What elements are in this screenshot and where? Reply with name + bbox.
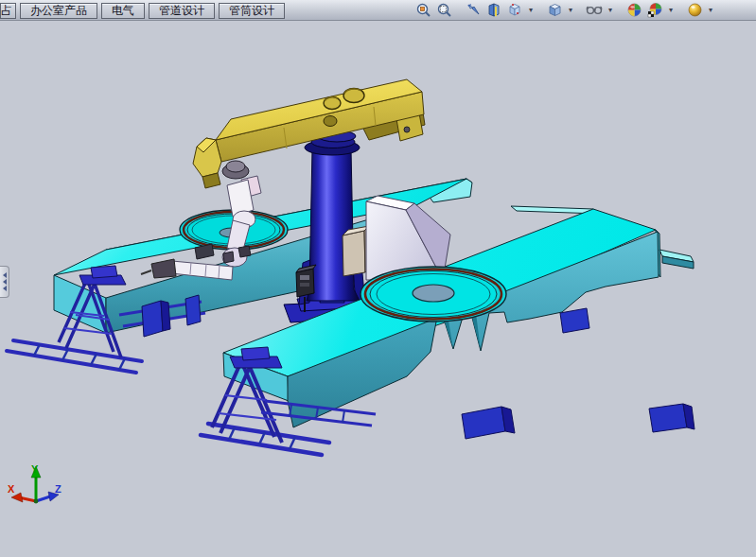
apply-scene-dropdown[interactable]: ▾	[667, 6, 675, 14]
tab-partial[interactable]: 占	[0, 3, 16, 19]
zoom-to-fit-icon[interactable]	[414, 1, 432, 19]
tab-piping-design[interactable]: 管道设计	[149, 3, 215, 19]
command-manager-tabs: 占 办公室产品 电气 管道设计 管筒设计	[0, 3, 285, 19]
previous-view-icon[interactable]	[465, 1, 483, 19]
tab-office-products[interactable]: 办公室产品	[20, 3, 97, 19]
zoom-to-area-icon[interactable]	[435, 1, 453, 19]
turntable-ring-right[interactable]	[360, 267, 506, 322]
display-style-icon[interactable]	[546, 1, 564, 19]
view-settings-dropdown[interactable]: ▾	[707, 6, 714, 14]
display-style-dropdown[interactable]: ▾	[567, 6, 574, 14]
section-view-icon[interactable]	[485, 1, 503, 19]
view-settings-icon[interactable]	[686, 1, 704, 19]
view-orientation-dropdown[interactable]: ▾	[527, 6, 535, 14]
tab-tubing-design[interactable]: 管筒设计	[219, 3, 285, 19]
beam-brackets[interactable]	[462, 308, 694, 439]
graphics-viewport[interactable]: Y X Z	[0, 21, 756, 557]
view-orientation-icon[interactable]	[506, 1, 524, 19]
edit-appearance-icon[interactable]	[625, 1, 643, 19]
triad-x-label: X	[8, 483, 15, 495]
triad-z-label: Z	[55, 483, 62, 495]
orientation-triad: Y X Z	[8, 463, 62, 503]
apply-scene-icon[interactable]	[646, 1, 664, 19]
view-toolbar: ▾ ▾ ▾ ▾ ▾	[414, 1, 714, 19]
hide-show-items-dropdown[interactable]: ▾	[607, 6, 614, 14]
hide-show-items-icon[interactable]	[586, 1, 604, 19]
command-bar: 占 办公室产品 电气 管道设计 管筒设计 ▾ ▾ ▾	[0, 0, 756, 21]
tab-electrical[interactable]: 电气	[101, 3, 145, 19]
triad-y-label: Y	[31, 463, 39, 475]
